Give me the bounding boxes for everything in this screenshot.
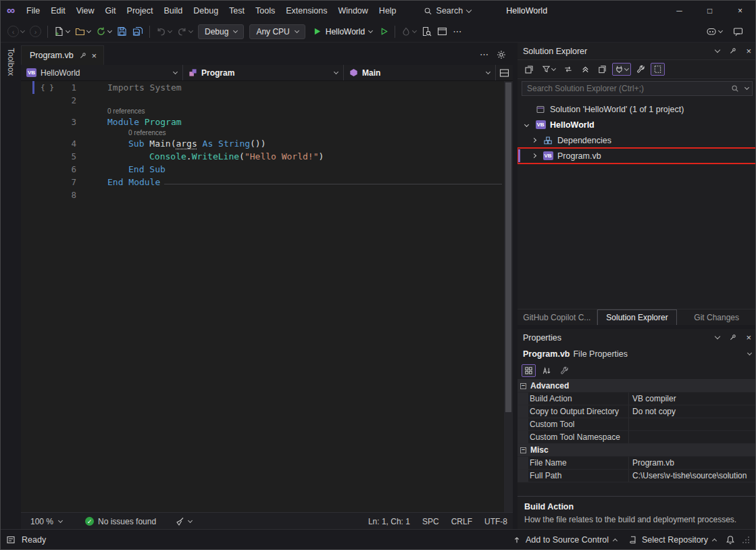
code-line-2[interactable]: 2 [21,94,503,107]
editor-settings-gear-icon[interactable] [497,50,506,59]
breakpoint-margin[interactable] [21,116,34,128]
code-cleanup-button[interactable] [175,517,192,526]
code-line-3[interactable]: 3Module Program [21,116,503,128]
document-tab-program-vb[interactable]: Program.vb × [21,45,104,65]
property-value[interactable]: VB compiler [629,393,756,405]
property-value[interactable]: C:\Users\v-tishe\source\solution [629,470,756,482]
selected-object-dropdown[interactable]: Program.vb File Properties [518,346,756,361]
copilot-badge-button[interactable] [704,25,724,39]
save-button[interactable] [115,24,129,39]
property-value[interactable]: Program.vb [629,457,756,469]
menu-test[interactable]: Test [224,1,250,21]
property-group-advanced[interactable]: Advanced [518,380,756,393]
filter-dropdown-button[interactable] [539,63,558,76]
collapse-icon[interactable] [520,447,526,453]
project-dropdown[interactable]: VB HelloWorld [21,65,183,80]
maximize-button[interactable]: □ [695,1,725,21]
save-all-button[interactable] [130,24,145,39]
undo-button[interactable] [154,24,174,39]
split-editor-button[interactable] [496,65,513,80]
property-pages-button[interactable] [557,364,572,377]
indent-mode[interactable]: SPC [422,517,439,526]
properties-button[interactable] [634,63,648,76]
add-to-source-control-button[interactable]: Add to Source Control [510,535,620,545]
breakpoint-margin[interactable] [21,81,34,94]
codelens-references[interactable]: 0 references [21,107,503,116]
member-dropdown[interactable]: Main [344,65,496,80]
tree-item-helloworld[interactable]: VBHelloWorld [518,117,756,132]
new-window-button[interactable] [435,24,449,39]
breakpoint-margin[interactable] [21,94,34,107]
pin-icon[interactable] [729,334,736,341]
expander-down-icon[interactable] [522,123,531,126]
menu-project[interactable]: Project [122,1,159,21]
notifications-bell-icon[interactable] [726,535,735,545]
menu-extensions[interactable]: Extensions [280,1,332,21]
search-control[interactable]: Search [417,4,478,18]
collapse-icon[interactable] [520,383,526,389]
start-debugging-button[interactable]: HelloWorld [308,24,377,39]
menu-window[interactable]: Window [332,1,373,21]
document-health-indicator[interactable]: ✓ No issues found [85,517,156,526]
code-line-6[interactable]: 6End Sub [21,163,503,176]
solution-platform-dropdown[interactable]: Any CPU [249,24,305,39]
resize-grip-icon[interactable] [742,536,750,544]
vertical-scrollbar[interactable] [504,81,513,512]
tab-list-overflow-button[interactable]: ⋯ [480,49,488,59]
close-tab-icon[interactable]: × [92,51,97,61]
menu-help[interactable]: Help [374,1,402,21]
menu-view[interactable]: View [71,1,100,21]
panel-tab-github-copilot-c[interactable]: GitHub Copilot C... [518,309,597,325]
codelens-references[interactable]: 0 references [21,128,503,137]
expander-right-icon[interactable] [529,154,538,157]
pending-changes-filter-button[interactable] [612,63,631,76]
code-line-1[interactable]: { }1Imports System [21,81,503,94]
solution-configuration-dropdown[interactable]: Debug [198,24,244,39]
minimize-button[interactable]: ─ [664,1,695,21]
alphabetical-view-button[interactable] [539,364,554,377]
menu-git[interactable]: Git [100,1,122,21]
property-value[interactable] [629,418,756,430]
pin-icon[interactable] [729,47,736,55]
tree-item-dependencies[interactable]: Dependencies [518,132,756,148]
caret-position[interactable]: Ln: 1, Ch: 1 [368,517,410,526]
type-dropdown[interactable]: Program [183,65,344,80]
select-repository-button[interactable]: Select Repository [626,535,719,545]
property-value[interactable] [629,431,756,443]
breakpoint-margin[interactable] [21,176,34,189]
properties-header[interactable]: Properties × [518,329,756,346]
window-position-chevron-icon[interactable] [715,47,720,53]
search-input[interactable] [522,81,753,96]
open-file-button[interactable] [73,24,93,39]
scrollbar-thumb[interactable] [505,82,511,412]
tree-item-solution-helloworld-1-of-1-project[interactable]: Solution 'HelloWorld' (1 of 1 project) [518,101,756,117]
menu-file[interactable]: File [21,1,45,21]
toolbox-tab[interactable]: Toolbox [6,43,16,76]
property-group-misc[interactable]: Misc [518,444,756,457]
menu-edit[interactable]: Edit [45,1,71,21]
close-panel-icon[interactable]: × [746,46,751,56]
show-all-files-button[interactable] [651,63,665,76]
sync-with-active-document-button[interactable] [561,63,576,76]
close-button[interactable]: × [725,1,755,21]
hot-reload-button[interactable] [399,25,418,39]
chevron-down-icon[interactable] [745,84,749,89]
menu-tools[interactable]: Tools [250,1,280,21]
line-ending[interactable]: CRLF [451,517,472,526]
start-without-debugging-button[interactable] [378,25,390,38]
window-position-chevron-icon[interactable] [715,334,720,339]
code-line-7[interactable]: 7End Module [21,176,503,189]
categorized-view-button[interactable] [522,364,536,377]
breakpoint-margin[interactable] [21,137,34,150]
pin-icon[interactable] [79,52,86,59]
panel-tab-solution-explorer[interactable]: Solution Explorer [597,309,678,325]
new-file-button[interactable] [52,24,72,39]
tree-item-program-vb[interactable]: VBProgram.vb [518,148,756,164]
background-tasks-icon[interactable] [6,535,16,545]
restore-button[interactable] [94,24,114,39]
menu-debug[interactable]: Debug [188,1,224,21]
switch-views-button[interactable] [522,63,536,76]
navigate-back-button[interactable]: ‹ [5,24,26,39]
code-editor[interactable]: { }1Imports System20 references3Module P… [21,81,513,512]
expander-right-icon[interactable] [529,139,538,142]
